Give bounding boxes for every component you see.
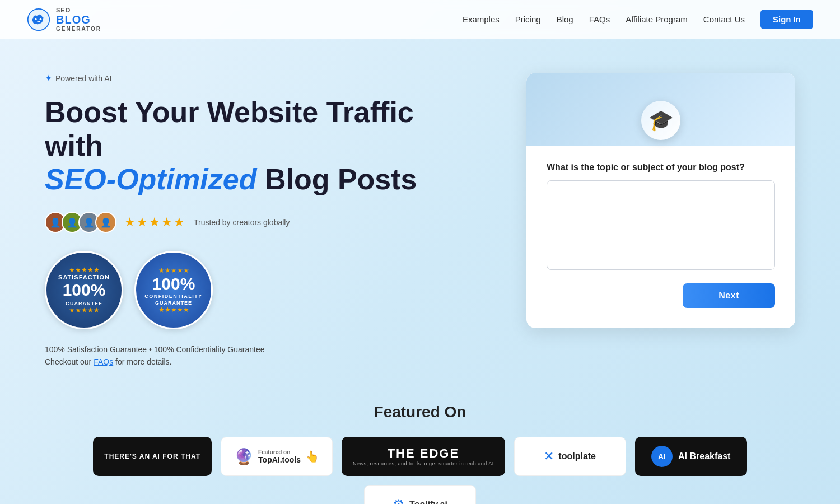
toolplate-inner: ✕ toolplate [544, 449, 596, 464]
nav-pricing[interactable]: Pricing [515, 15, 541, 24]
edge-inner: THE EDGE News, resources, and tools to g… [353, 446, 494, 466]
svg-point-1 [35, 18, 37, 20]
next-button[interactable]: Next [683, 283, 775, 308]
logo-the-edge[interactable]: THE EDGE News, resources, and tools to g… [342, 437, 505, 476]
logo-toolplate[interactable]: ✕ toolplate [514, 437, 626, 476]
toolify-icon: ⚙ [393, 497, 405, 504]
headline-colored: SEO-Optimized [45, 163, 256, 195]
powered-text: Powered with AI [55, 74, 111, 83]
headline-part1: Boost Your Website Traffic with [45, 96, 414, 162]
svg-point-2 [40, 18, 42, 20]
card-footer: Next [526, 272, 795, 308]
aibreakfast-inner: AI AI Breakfast [651, 446, 730, 467]
spark-icon: ✦ [45, 73, 52, 83]
badge-stars: ★★★★★ [69, 266, 100, 274]
hero-section: ✦ Powered with AI Boost Your Website Tra… [45, 73, 426, 370]
topai-inner: 🔮 Featured on TopAI.tools 👆 [234, 447, 319, 466]
logo-there-ai[interactable]: THERE'S AN AI FOR THAT [93, 437, 212, 476]
badge-satisfaction-percent: 100% [63, 281, 106, 300]
main-nav: Examples Pricing Blog FAQs Affiliate Pro… [463, 10, 813, 29]
featured-logos-row: THERE'S AN AI FOR THAT 🔮 Featured on Top… [34, 437, 806, 504]
badge-stars-bottom: ★★★★★ [69, 306, 100, 314]
badge-conf-bottom: GUARANTEE [155, 300, 192, 306]
blog-topic-card: 🎓 What is the topic or subject of your b… [526, 73, 795, 328]
nav-blog[interactable]: Blog [557, 15, 573, 24]
topai-wheel-icon: 🔮 [234, 447, 254, 466]
logo-icon [27, 8, 50, 31]
logo-blog-text: BLOG [56, 13, 101, 26]
toolplate-icon: ✕ [544, 449, 554, 464]
signin-button[interactable]: Sign In [760, 10, 813, 29]
badges-row: ★★★★★ SATISFACTION 100% GUARANTEE ★★★★★ … [45, 251, 426, 329]
card-question: What is the topic or subject of your blo… [547, 162, 775, 172]
social-proof: 👤 👤 👤 👤 ★★★★★ Trusted by creators global… [45, 212, 426, 233]
logo-toolify[interactable]: ⚙ Toolify.ai [364, 485, 476, 504]
powered-badge: ✦ Powered with AI [45, 73, 426, 83]
hero-headline: Boost Your Website Traffic with SEO-Opti… [45, 96, 426, 196]
avatar-group: 👤 👤 👤 👤 [45, 212, 116, 233]
nav-contact[interactable]: Contact Us [703, 15, 745, 24]
badge-conf-percent: 100% [152, 274, 195, 293]
aibreakfast-label: AI Breakfast [678, 451, 730, 461]
toolify-name: Toolify.ai [409, 500, 447, 504]
logo-topai[interactable]: 🔮 Featured on TopAI.tools 👆 [221, 437, 333, 476]
satisfaction-badge: ★★★★★ SATISFACTION 100% GUARANTEE ★★★★★ [45, 251, 123, 329]
there-ai-text: THERE'S AN AI FOR THAT [104, 452, 200, 460]
avatar: 👤 [95, 212, 116, 233]
featured-section: Featured On THERE'S AN AI FOR THAT 🔮 Fea… [0, 392, 840, 504]
headline-part2: Blog Posts [265, 163, 417, 195]
faqs-link[interactable]: FAQs [94, 357, 113, 366]
nav-affiliate[interactable]: Affiliate Program [626, 15, 688, 24]
card-header: 🎓 [526, 73, 795, 146]
robot-icon: 🎓 [641, 101, 680, 140]
blog-topic-textarea[interactable] [547, 180, 775, 270]
nav-faqs[interactable]: FAQs [589, 15, 610, 24]
trusted-text: Trusted by creators globally [194, 218, 290, 227]
badge-satisfaction-bottom: GUARANTEE [66, 301, 102, 306]
rating-stars: ★★★★★ [124, 215, 186, 230]
card-body: What is the topic or subject of your blo… [526, 146, 795, 272]
nav-examples[interactable]: Examples [463, 15, 500, 24]
toolify-inner: ⚙ Toolify.ai [393, 497, 447, 504]
aibreakfast-circle: AI [651, 446, 673, 467]
topai-text: Featured on TopAI.tools [258, 449, 301, 464]
topai-emoji: 👆 [305, 450, 319, 463]
guarantee-text: 100% Satisfaction Guarantee • 100% Confi… [45, 345, 426, 354]
logo[interactable]: SEO BLOG GENERATOR [27, 7, 101, 32]
badge-conf-stars: ★★★★★ [158, 267, 189, 274]
checkout-text: Checkout our FAQs for more details. [45, 357, 426, 366]
logo-generator-text: GENERATOR [56, 26, 101, 32]
edge-sub-text: News, resources, and tools to get smarte… [353, 461, 494, 466]
badge-satisfaction-top: SATISFACTION [58, 274, 110, 281]
logo-seo-text: SEO [56, 7, 101, 13]
confidentiality-badge: ★★★★★ 100% CONFIDENTIALITY GUARANTEE ★★★… [134, 251, 213, 329]
badge-conf-stars-bottom: ★★★★★ [158, 306, 189, 314]
toolplate-name: toolplate [558, 451, 596, 461]
featured-title: Featured On [34, 403, 806, 421]
logo-ai-breakfast[interactable]: AI AI Breakfast [635, 437, 747, 476]
badge-conf-middle: CONFIDENTIALITY [144, 293, 203, 299]
edge-title-text: THE EDGE [388, 446, 459, 461]
